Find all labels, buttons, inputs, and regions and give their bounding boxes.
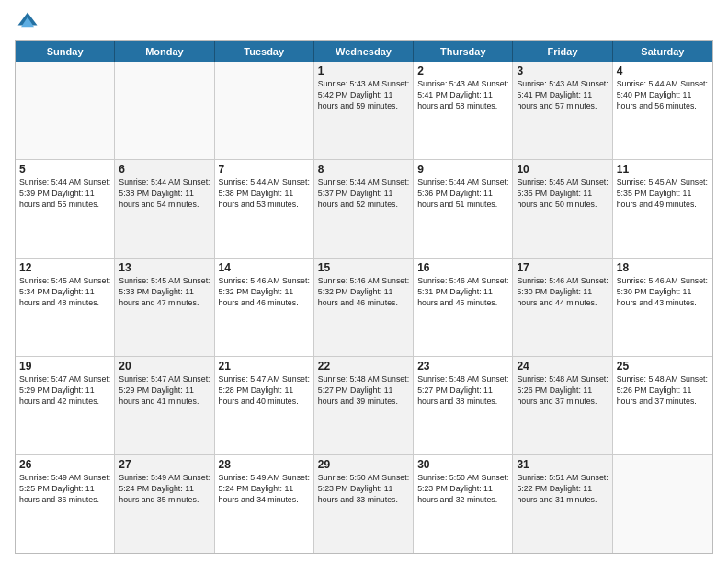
calendar-cell-empty xyxy=(613,455,712,553)
day-number: 24 xyxy=(517,360,608,373)
logo xyxy=(15,9,44,35)
day-info: Sunrise: 5:49 AM Sunset: 5:25 PM Dayligh… xyxy=(19,473,110,506)
calendar-cell-1: 1Sunrise: 5:43 AM Sunset: 5:42 PM Daylig… xyxy=(314,62,414,159)
day-number: 10 xyxy=(517,163,608,176)
day-info: Sunrise: 5:43 AM Sunset: 5:41 PM Dayligh… xyxy=(417,79,508,112)
day-info: Sunrise: 5:45 AM Sunset: 5:35 PM Dayligh… xyxy=(617,178,709,211)
day-number: 7 xyxy=(219,163,310,176)
calendar-cell-31: 31Sunrise: 5:51 AM Sunset: 5:22 PM Dayli… xyxy=(513,455,612,553)
day-of-week-tuesday: Tuesday xyxy=(215,41,314,62)
calendar-cell-14: 14Sunrise: 5:46 AM Sunset: 5:32 PM Dayli… xyxy=(215,259,314,356)
calendar-cell-18: 18Sunrise: 5:46 AM Sunset: 5:30 PM Dayli… xyxy=(613,259,712,356)
day-of-week-wednesday: Wednesday xyxy=(314,41,414,62)
day-number: 20 xyxy=(119,360,210,373)
calendar-cell-12: 12Sunrise: 5:45 AM Sunset: 5:34 PM Dayli… xyxy=(16,259,115,356)
day-info: Sunrise: 5:45 AM Sunset: 5:35 PM Dayligh… xyxy=(517,178,608,211)
day-info: Sunrise: 5:44 AM Sunset: 5:40 PM Dayligh… xyxy=(617,79,709,112)
day-number: 31 xyxy=(517,458,608,471)
calendar-cell-8: 8Sunrise: 5:44 AM Sunset: 5:37 PM Daylig… xyxy=(314,160,414,258)
day-info: Sunrise: 5:44 AM Sunset: 5:37 PM Dayligh… xyxy=(318,178,409,211)
calendar-cell-empty xyxy=(215,62,314,159)
day-number: 12 xyxy=(19,261,110,274)
calendar-cell-30: 30Sunrise: 5:50 AM Sunset: 5:23 PM Dayli… xyxy=(414,455,513,553)
calendar-header: SundayMondayTuesdayWednesdayThursdayFrid… xyxy=(16,41,712,62)
day-of-week-sunday: Sunday xyxy=(16,41,115,62)
day-info: Sunrise: 5:46 AM Sunset: 5:31 PM Dayligh… xyxy=(417,276,508,309)
day-number: 21 xyxy=(219,360,310,373)
day-info: Sunrise: 5:47 AM Sunset: 5:28 PM Dayligh… xyxy=(219,374,310,408)
header xyxy=(15,9,713,35)
day-number: 29 xyxy=(318,458,409,471)
day-info: Sunrise: 5:50 AM Sunset: 5:23 PM Dayligh… xyxy=(417,473,508,506)
day-info: Sunrise: 5:46 AM Sunset: 5:32 PM Dayligh… xyxy=(318,276,409,309)
page: SundayMondayTuesdayWednesdayThursdayFrid… xyxy=(0,0,728,563)
day-number: 19 xyxy=(19,360,110,373)
calendar-cell-5: 5Sunrise: 5:44 AM Sunset: 5:39 PM Daylig… xyxy=(16,160,115,258)
day-number: 15 xyxy=(318,261,409,274)
calendar-body: 1Sunrise: 5:43 AM Sunset: 5:42 PM Daylig… xyxy=(16,62,712,553)
calendar-cell-2: 2Sunrise: 5:43 AM Sunset: 5:41 PM Daylig… xyxy=(414,62,513,159)
day-info: Sunrise: 5:47 AM Sunset: 5:29 PM Dayligh… xyxy=(19,374,110,408)
day-number: 2 xyxy=(417,64,508,77)
calendar-cell-17: 17Sunrise: 5:46 AM Sunset: 5:30 PM Dayli… xyxy=(513,259,612,356)
calendar-cell-22: 22Sunrise: 5:48 AM Sunset: 5:27 PM Dayli… xyxy=(314,357,414,454)
calendar-cell-6: 6Sunrise: 5:44 AM Sunset: 5:38 PM Daylig… xyxy=(115,160,214,258)
calendar-cell-26: 26Sunrise: 5:49 AM Sunset: 5:25 PM Dayli… xyxy=(16,455,115,553)
day-info: Sunrise: 5:44 AM Sunset: 5:38 PM Dayligh… xyxy=(219,178,310,211)
calendar-cell-23: 23Sunrise: 5:48 AM Sunset: 5:27 PM Dayli… xyxy=(414,357,513,454)
day-number: 6 xyxy=(119,163,210,176)
day-number: 1 xyxy=(318,64,409,77)
calendar-cell-28: 28Sunrise: 5:49 AM Sunset: 5:24 PM Dayli… xyxy=(215,455,314,553)
day-number: 16 xyxy=(417,261,508,274)
day-number: 30 xyxy=(417,458,508,471)
day-number: 8 xyxy=(318,163,409,176)
day-number: 25 xyxy=(617,360,709,373)
day-number: 14 xyxy=(219,261,310,274)
day-info: Sunrise: 5:44 AM Sunset: 5:38 PM Dayligh… xyxy=(119,178,210,211)
day-info: Sunrise: 5:44 AM Sunset: 5:36 PM Dayligh… xyxy=(417,178,508,211)
calendar-cell-7: 7Sunrise: 5:44 AM Sunset: 5:38 PM Daylig… xyxy=(215,160,314,258)
day-info: Sunrise: 5:50 AM Sunset: 5:23 PM Dayligh… xyxy=(318,473,409,506)
day-number: 4 xyxy=(617,64,709,77)
day-info: Sunrise: 5:46 AM Sunset: 5:32 PM Dayligh… xyxy=(219,276,310,309)
calendar-row-3: 19Sunrise: 5:47 AM Sunset: 5:29 PM Dayli… xyxy=(16,357,712,455)
calendar-cell-19: 19Sunrise: 5:47 AM Sunset: 5:29 PM Dayli… xyxy=(16,357,115,454)
calendar-cell-11: 11Sunrise: 5:45 AM Sunset: 5:35 PM Dayli… xyxy=(613,160,712,258)
calendar-row-1: 5Sunrise: 5:44 AM Sunset: 5:39 PM Daylig… xyxy=(16,160,712,259)
day-info: Sunrise: 5:49 AM Sunset: 5:24 PM Dayligh… xyxy=(219,473,310,506)
calendar-cell-13: 13Sunrise: 5:45 AM Sunset: 5:33 PM Dayli… xyxy=(115,259,214,356)
calendar-cell-empty xyxy=(16,62,115,159)
calendar-cell-15: 15Sunrise: 5:46 AM Sunset: 5:32 PM Dayli… xyxy=(314,259,414,356)
day-info: Sunrise: 5:48 AM Sunset: 5:26 PM Dayligh… xyxy=(617,374,709,408)
day-info: Sunrise: 5:51 AM Sunset: 5:22 PM Dayligh… xyxy=(517,473,608,506)
day-info: Sunrise: 5:48 AM Sunset: 5:26 PM Dayligh… xyxy=(517,374,608,408)
day-number: 26 xyxy=(19,458,110,471)
logo-icon xyxy=(15,9,40,35)
calendar-cell-27: 27Sunrise: 5:49 AM Sunset: 5:24 PM Dayli… xyxy=(115,455,214,553)
day-of-week-friday: Friday xyxy=(513,41,612,62)
day-info: Sunrise: 5:43 AM Sunset: 5:42 PM Dayligh… xyxy=(318,79,409,112)
day-info: Sunrise: 5:48 AM Sunset: 5:27 PM Dayligh… xyxy=(318,374,409,408)
day-number: 27 xyxy=(119,458,210,471)
day-info: Sunrise: 5:44 AM Sunset: 5:39 PM Dayligh… xyxy=(19,178,110,211)
day-number: 3 xyxy=(517,64,608,77)
calendar-cell-24: 24Sunrise: 5:48 AM Sunset: 5:26 PM Dayli… xyxy=(513,357,612,454)
calendar-cell-21: 21Sunrise: 5:47 AM Sunset: 5:28 PM Dayli… xyxy=(215,357,314,454)
calendar-cell-3: 3Sunrise: 5:43 AM Sunset: 5:41 PM Daylig… xyxy=(513,62,612,159)
calendar-row-4: 26Sunrise: 5:49 AM Sunset: 5:25 PM Dayli… xyxy=(16,455,712,553)
calendar-cell-empty xyxy=(115,62,214,159)
calendar-row-0: 1Sunrise: 5:43 AM Sunset: 5:42 PM Daylig… xyxy=(16,62,712,160)
day-info: Sunrise: 5:46 AM Sunset: 5:30 PM Dayligh… xyxy=(517,276,608,309)
calendar: SundayMondayTuesdayWednesdayThursdayFrid… xyxy=(15,40,713,554)
day-of-week-saturday: Saturday xyxy=(613,41,712,62)
day-info: Sunrise: 5:47 AM Sunset: 5:29 PM Dayligh… xyxy=(119,374,210,408)
day-of-week-monday: Monday xyxy=(115,41,214,62)
calendar-cell-16: 16Sunrise: 5:46 AM Sunset: 5:31 PM Dayli… xyxy=(414,259,513,356)
calendar-cell-10: 10Sunrise: 5:45 AM Sunset: 5:35 PM Dayli… xyxy=(513,160,612,258)
day-number: 28 xyxy=(219,458,310,471)
day-number: 23 xyxy=(417,360,508,373)
day-info: Sunrise: 5:48 AM Sunset: 5:27 PM Dayligh… xyxy=(417,374,508,408)
day-number: 9 xyxy=(417,163,508,176)
calendar-cell-20: 20Sunrise: 5:47 AM Sunset: 5:29 PM Dayli… xyxy=(115,357,214,454)
day-number: 18 xyxy=(617,261,709,274)
